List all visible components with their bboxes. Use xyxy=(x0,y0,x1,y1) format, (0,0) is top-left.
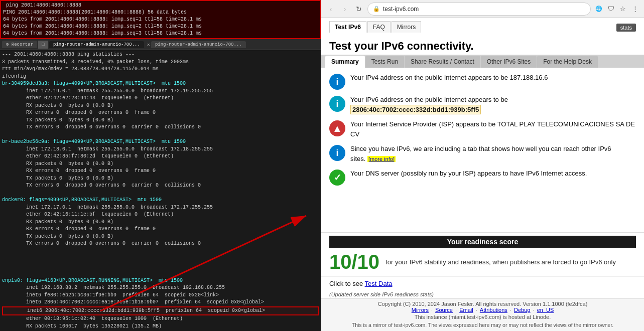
terminal-line: inet 172.18.0.1 netmask 255.255.0.0 broa… xyxy=(2,146,319,153)
terminal-line: TX packets 0 bytes 0 (0.0 B) xyxy=(2,175,319,183)
terminal-tab[interactable]: ⚙ Recortar xyxy=(2,41,37,48)
terminal-line: enp1s0: flags=4163<UP,BROADCAST,RUNNING,… xyxy=(2,277,319,285)
forward-button[interactable]: › xyxy=(339,4,350,15)
copyright-text: Copyright (C) 2010, 2024 Jason Fesler. A… xyxy=(329,301,636,307)
arrow-icon: ▲ xyxy=(329,120,345,136)
url-text: test-ipv6.com xyxy=(383,6,419,13)
terminal-line: --- 2001:4860:4860::8888 ping statistics… xyxy=(2,51,319,59)
content-tabs: Summary Tests Run Share Results / Contac… xyxy=(321,55,644,68)
terminal-line: 64 bytes from 2001:4860:4860::8888: icmp… xyxy=(3,16,318,23)
terminal-line: TX errors 0 dropped 0 overruns 0 carrier… xyxy=(2,182,319,190)
terminal-line: ether 02:42:e2:23:94:43 txqueuelen 0 (Et… xyxy=(2,95,319,102)
terminal-line: ether 02:42:85:f7:80:2d txqueuelen 0 (Et… xyxy=(2,153,319,160)
terminal-line: docker0: flags=4099<UP,BROADCAST,MULTICA… xyxy=(2,197,319,204)
footer-links: Mirrors · Source · Email · Attributions … xyxy=(329,307,636,313)
more-info-link[interactable]: [more info] xyxy=(367,156,396,162)
info-text-isp: Your Internet Service Provider (ISP) app… xyxy=(350,119,636,139)
test-data-prefix: Click to see xyxy=(329,280,363,287)
terminal-line: ether 02:42:16:11:1e:bf txqueuelen 0 (Et… xyxy=(2,211,319,219)
locale-link[interactable]: en_US xyxy=(537,307,554,313)
terminal-line xyxy=(2,131,319,139)
info-text-ipv6: Your IPv6 address on the public Internet… xyxy=(350,95,636,114)
info-row-dns: ✓ Your DNS server (possibly run by your … xyxy=(329,169,636,186)
refresh-button[interactable]: ↻ xyxy=(353,4,364,15)
terminal-line: 64 bytes from 2001:4860:4860::8888: icmp… xyxy=(3,30,318,37)
terminal-line: PING 2001:4860:4860::8888(2001:4860:4860… xyxy=(3,9,318,16)
browser-toolbar: ‹ › ↻ 🔒 test-ipv6.com 🌐 🛡 ☆ ⋮ xyxy=(321,0,644,18)
terminal-line: br-baee2be56c9a: flags=4099<UP,BROADCAST… xyxy=(2,138,319,146)
info-row-ipv6: i Your IPv6 address on the public Intern… xyxy=(329,95,636,114)
terminal-line: TX errors 0 dropped 0 overruns 0 carrier… xyxy=(2,124,319,131)
terminal-line: RX packets 0 bytes 0 (0.0 B) xyxy=(2,160,319,168)
shield-icon[interactable]: 🛡 xyxy=(606,4,616,14)
menu-icon[interactable]: ⋮ xyxy=(630,4,640,14)
terminal-bottom-block: enp1s0: flags=4163<UP,BROADCAST,RUNNING,… xyxy=(0,276,321,332)
translate-icon[interactable]: 🌐 xyxy=(594,4,604,14)
terminal-line: inet6 fe80::eb2b:bc36:1f9e:bb9 prefixlen… xyxy=(2,292,319,299)
mirrors-link[interactable]: Mirrors xyxy=(412,307,429,313)
terminal-line: RX packets 106617 bytes 135228021 (135.2… xyxy=(2,323,319,330)
hosted-text: This instance (miami.test-ipv6.com) is h… xyxy=(329,313,636,321)
terminal-line: ether 00:18:95:1c:02:40 txqueuelen 1000 … xyxy=(2,315,319,323)
terminal-tab-active[interactable]: ping-router-admin-anuncio-700... xyxy=(49,41,144,48)
site-header: Test IPv6 FAQ Mirrors stats xyxy=(321,18,644,36)
terminal-line: RX errors 0 dropped 0 overruns 0 frame 0 xyxy=(2,226,319,233)
page-title: Test your IPv6 connectivity. xyxy=(321,36,644,55)
terminal-line: TX packets 0 bytes 0 (0.0 B) xyxy=(2,233,319,241)
mirror-text: This is a mirror of test-ipv6.com. The v… xyxy=(329,321,636,329)
close-icon[interactable]: ✕ xyxy=(147,42,150,48)
info-row-ipv4: i Your IPv4 address on the public Intern… xyxy=(329,73,636,90)
info-text-ipv6-tabs: Since you have IPv6, we are including a … xyxy=(350,144,636,163)
checkmark-icon: ✓ xyxy=(329,170,345,186)
terminal-line: rtt min/avg/max/mdev = 28.083/28.094/28.… xyxy=(2,66,319,73)
tab-help-desk[interactable]: For the Help Desk xyxy=(537,56,598,68)
stats-button[interactable]: stats xyxy=(616,24,636,32)
tab-tests-run[interactable]: Tests Run xyxy=(365,56,404,68)
site-tab-test-ipv6[interactable]: Test IPv6 xyxy=(329,21,366,33)
updated-text: (Updated server side IPv6 readiness stat… xyxy=(321,290,644,298)
browser-icons: 🌐 🛡 ☆ ⋮ xyxy=(594,4,640,14)
terminal-line: inet 192.168.88.2 netmask 255.255.255.0 … xyxy=(2,284,319,292)
info-row-isp: ▲ Your Internet Service Provider (ISP) a… xyxy=(329,119,636,139)
test-data-row: Click to see Test Data xyxy=(321,276,644,290)
info-text-dns: Your DNS server (possibly run by your IS… xyxy=(350,169,636,179)
terminal-line xyxy=(2,190,319,197)
terminal-line: RX errors 0 dropped 0 overruns 0 frame 0 xyxy=(2,168,319,175)
info-icon-blue: i xyxy=(329,74,345,90)
terminal-panel: ping 2001:4860:4860::8888 PING 2001:4860… xyxy=(0,0,321,331)
test-data-link[interactable]: Test Data xyxy=(365,280,393,287)
info-icon-teal: i xyxy=(329,96,345,112)
terminal-line: ping 2001:4860:4860::8888 xyxy=(3,2,318,9)
highlighted-terminal-line: inet6 2806:40c:7002:cccc:332d:bdd1:939b:… xyxy=(2,306,319,316)
terminal-tab-2[interactable]: ping-router-admin-anuncio-700... xyxy=(151,41,246,48)
url-bar[interactable]: 🔒 test-ipv6.com xyxy=(367,3,591,16)
ipv6-address: 2806:40c:7002:cccc:332d:bdd1:939b:5ff5 xyxy=(350,105,481,114)
score-description: for your IPv6 stability and readiness, w… xyxy=(385,258,636,266)
readiness-section: Your readiness score 10/10 for your IPv6… xyxy=(321,232,644,276)
star-icon[interactable]: ☆ xyxy=(618,4,628,14)
email-link[interactable]: Email xyxy=(459,307,473,313)
footer-section: Copyright (C) 2010, 2024 Jason Fesler. A… xyxy=(321,298,644,331)
readiness-score-row: 10/10 for your IPv6 stability and readin… xyxy=(329,251,636,273)
terminal-line: ifconfig xyxy=(2,73,319,81)
terminal-tabs: ⚙ Recortar □ ping-router-admin-anuncio-7… xyxy=(0,39,321,50)
lock-icon: 🔒 xyxy=(373,6,380,12)
info-row-ipv6-tabs: i Since you have IPv6, we are including … xyxy=(329,144,636,163)
terminal-line: 64 bytes from 2001:4860:4860::8888: icmp… xyxy=(3,23,318,30)
debug-link[interactable]: Debug xyxy=(514,307,530,313)
attributions-link[interactable]: Attributions xyxy=(480,307,507,313)
terminal-line: inet 172.17.0.1 netmask 255.255.0.0 broa… xyxy=(2,204,319,212)
content-area: i Your IPv4 address on the public Intern… xyxy=(321,68,644,232)
tab-share-results[interactable]: Share Results / Contact xyxy=(405,56,480,68)
source-link[interactable]: Source xyxy=(435,307,453,313)
terminal-line: TX errors 0 dropped 0 overruns 0 carrier… xyxy=(2,240,319,248)
back-button[interactable]: ‹ xyxy=(325,4,336,15)
site-tab-mirrors[interactable]: Mirrors xyxy=(392,21,421,33)
tab-other-sites[interactable]: Other IPv6 Sites xyxy=(481,56,537,68)
terminal-line: br-304959ded3a3: flags=4099<UP,BROADCAST… xyxy=(2,80,319,88)
terminal-line: RX packets 0 bytes 0 (0.0 B) xyxy=(2,219,319,226)
terminal-line: inet6 2806:40c:7002:cccc:ea1e:4e5e:1b18:… xyxy=(2,299,319,306)
site-tab-faq[interactable]: FAQ xyxy=(367,21,391,33)
info-text-ipv4: Your IPv4 address on the public Internet… xyxy=(350,73,636,83)
tab-summary[interactable]: Summary xyxy=(325,56,365,68)
